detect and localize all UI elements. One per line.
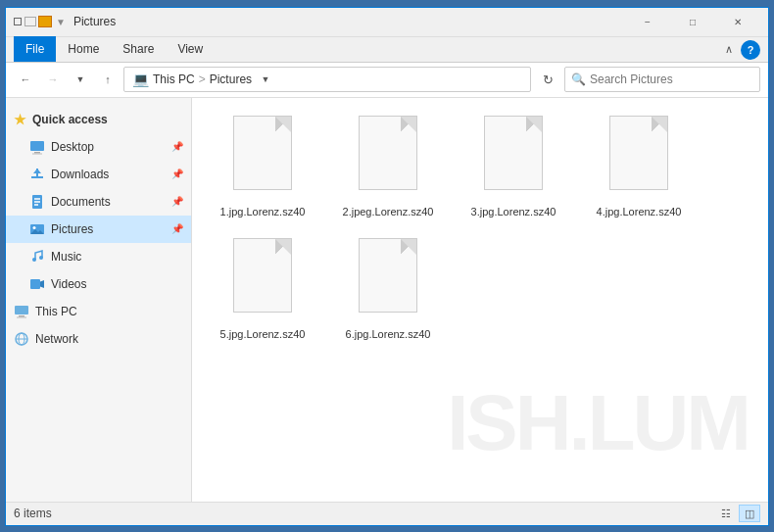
- desktop-icon: [29, 139, 45, 155]
- address-path[interactable]: 💻 This PC > Pictures ▼: [123, 67, 531, 92]
- file-icon-wrapper: [228, 238, 297, 321]
- maximize-button[interactable]: □: [670, 7, 715, 36]
- sidebar-item-videos[interactable]: Videos: [6, 270, 191, 298]
- sidebar-thispc-label: This PC: [35, 305, 77, 318]
- forward-button[interactable]: →: [41, 68, 65, 91]
- refresh-button[interactable]: ↻: [535, 67, 560, 92]
- file-corner: [275, 239, 291, 255]
- sidebar-item-pictures[interactable]: Pictures 📌: [6, 216, 191, 243]
- file-item[interactable]: 3.jpg.Lorenz.sz40: [455, 110, 572, 224]
- file-corner: [401, 117, 416, 132]
- sidebar-music-label: Music: [51, 250, 81, 264]
- documents-icon: [29, 194, 45, 210]
- titlebar: ▼ Pictures − □ ✕: [6, 8, 768, 37]
- file-page-icon: [233, 116, 292, 190]
- file-icon-wrapper: [479, 116, 548, 199]
- file-item[interactable]: 5.jpg.Lorenz.sz40: [204, 232, 321, 347]
- sidebar-item-network[interactable]: Network: [6, 325, 191, 353]
- file-page-icon: [359, 238, 417, 313]
- tab-view[interactable]: View: [166, 36, 215, 62]
- large-icons-view-button[interactable]: ◫: [739, 505, 760, 522]
- file-name: 6.jpg.Lorenz.sz40: [346, 327, 431, 341]
- file-corner: [652, 117, 667, 132]
- search-input[interactable]: [590, 73, 753, 86]
- svg-rect-18: [19, 315, 24, 317]
- music-icon: [29, 249, 45, 265]
- sidebar-item-music[interactable]: Music: [6, 243, 191, 270]
- ribbon-tabs: File Home Share View ∧ ?: [6, 37, 768, 63]
- sidebar-documents-label: Documents: [51, 195, 111, 209]
- help-button[interactable]: ?: [741, 40, 760, 60]
- list-view-button[interactable]: ☷: [715, 505, 737, 522]
- thispc-icon: [14, 304, 29, 319]
- search-box[interactable]: 🔍: [564, 67, 760, 92]
- svg-rect-15: [30, 279, 40, 289]
- file-page-icon: [233, 238, 292, 313]
- pin-icon-documents: 📌: [171, 196, 183, 207]
- file-item[interactable]: 4.jpg.Lorenz.sz40: [580, 110, 698, 224]
- sidebar-item-documents[interactable]: Documents 📌: [6, 188, 191, 216]
- file-name: 4.jpg.Lorenz.sz40: [597, 205, 682, 218]
- ribbon-collapse-btn[interactable]: ∧: [721, 41, 737, 58]
- minimize-button[interactable]: −: [625, 7, 670, 36]
- address-dropdown-btn[interactable]: ▼: [256, 67, 275, 92]
- sidebar-item-downloads[interactable]: Downloads 📌: [6, 161, 191, 188]
- window-title: Pictures: [73, 15, 625, 28]
- file-corner: [401, 239, 416, 255]
- file-icon-wrapper: [354, 116, 422, 199]
- back-button[interactable]: ←: [14, 68, 37, 91]
- tab-home[interactable]: Home: [56, 36, 111, 62]
- title-arrow: ▼: [56, 17, 66, 27]
- statusbar: 6 items ☷ ◫: [6, 502, 768, 525]
- tab-share[interactable]: Share: [111, 36, 166, 62]
- sidebar-desktop-label: Desktop: [51, 140, 94, 154]
- svg-rect-1: [34, 152, 40, 154]
- star-icon: ★: [14, 112, 26, 127]
- svg-rect-5: [36, 169, 38, 176]
- file-corner: [275, 117, 291, 132]
- network-icon: [14, 331, 29, 347]
- svg-rect-17: [15, 306, 28, 314]
- videos-icon: [29, 276, 45, 292]
- sidebar-item-quickaccess: ★ Quick access: [6, 106, 191, 133]
- file-icon-wrapper: [228, 116, 297, 199]
- file-name: 5.jpg.Lorenz.sz40: [220, 327, 306, 341]
- search-icon: 🔍: [571, 73, 586, 86]
- explorer-window: ▼ Pictures − □ ✕ File Home Share View ∧ …: [5, 7, 769, 526]
- window-controls: − □ ✕: [625, 7, 760, 36]
- sidebar-downloads-label: Downloads: [51, 168, 109, 181]
- sidebar-network-label: Network: [35, 332, 78, 346]
- downloads-icon: [29, 167, 45, 182]
- sidebar-videos-label: Videos: [51, 277, 86, 291]
- crumb-pictures[interactable]: Pictures: [210, 73, 252, 86]
- close-button[interactable]: ✕: [715, 7, 760, 36]
- view-toggle: ☷ ◫: [715, 505, 760, 522]
- svg-rect-0: [30, 141, 44, 151]
- file-page-icon: [359, 116, 417, 190]
- file-item[interactable]: 1.jpg.Lorenz.sz40: [204, 110, 321, 224]
- titlebar-icon-group: ▼: [14, 16, 66, 27]
- svg-point-13: [32, 258, 36, 262]
- sidebar: ★ Quick access Desktop 📌 Downloads 📌: [6, 98, 192, 502]
- file-item[interactable]: 2.jpeg.Lorenz.sz40: [329, 110, 447, 224]
- items-count: 6 items: [14, 507, 52, 520]
- crumb-thispc[interactable]: This PC: [153, 73, 195, 86]
- file-item[interactable]: 6.jpg.Lorenz.sz40: [329, 232, 447, 347]
- pin-icon-downloads: 📌: [171, 169, 183, 179]
- content-area: ISH.LUM 1.jpg.Lorenz.sz40 2.jpeg.Lorenz.…: [192, 98, 768, 502]
- tab-file[interactable]: File: [14, 36, 56, 62]
- sidebar-item-thispc[interactable]: This PC: [6, 298, 191, 325]
- title-icon-1: [14, 18, 22, 25]
- recent-locations-button[interactable]: ▼: [69, 68, 92, 91]
- file-corner: [526, 117, 542, 132]
- pin-icon-pictures: 📌: [171, 223, 183, 234]
- folder-icon: [38, 16, 52, 27]
- watermark: ISH.LUM: [447, 384, 749, 462]
- file-page-icon: [609, 116, 668, 190]
- file-page-icon: [484, 116, 543, 190]
- up-button[interactable]: ↑: [96, 68, 120, 91]
- sidebar-quickaccess-label: Quick access: [32, 113, 108, 126]
- sidebar-item-desktop[interactable]: Desktop 📌: [6, 133, 191, 161]
- svg-point-11: [33, 226, 36, 229]
- file-icon-wrapper: [605, 116, 673, 199]
